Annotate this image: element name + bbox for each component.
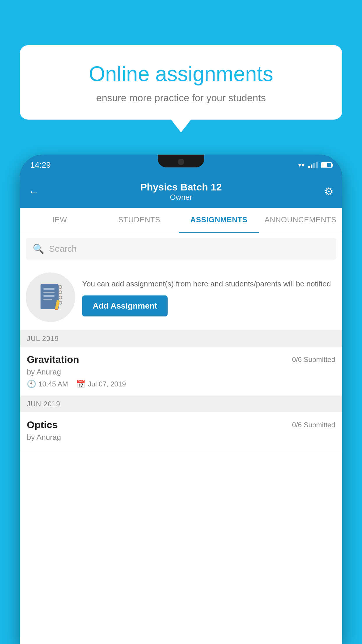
calendar-icon: 📅 (76, 379, 85, 388)
phone-notch (158, 155, 204, 167)
app-content: ← Physics Batch 12 Owner ⚙ IEW STUDENTS … (20, 176, 342, 644)
header-subtitle: Owner (140, 193, 222, 202)
add-assignment-section: You can add assignment(s) from here and … (20, 264, 342, 330)
search-bar[interactable]: 🔍 Search (26, 238, 336, 260)
phone-frame: 14:29 ▾▾ ← Physics Batch 12 Owner ⚙ (20, 155, 342, 644)
svg-point-6 (59, 291, 62, 294)
back-button[interactable]: ← (29, 186, 39, 198)
promo-subtitle: ensure more practice for your students (37, 92, 325, 104)
assignment-time-gravitation: 🕙 10:45 AM (27, 379, 68, 388)
search-placeholder: Search (49, 244, 77, 254)
svg-rect-4 (43, 299, 52, 300)
svg-rect-3 (43, 295, 55, 297)
app-header: ← Physics Batch 12 Owner ⚙ (20, 176, 342, 208)
promo-container: Online assignments ensure more practice … (20, 45, 342, 120)
assignment-icon-circle (26, 272, 75, 322)
svg-point-5 (59, 286, 62, 288)
month-separator-jun: JUN 2019 (20, 396, 342, 412)
assignment-by-gravitation: by Anurag (27, 368, 335, 377)
assignment-submitted-optics: 0/6 Submitted (292, 421, 335, 429)
assignment-row1-optics: Optics 0/6 Submitted (27, 419, 335, 430)
assignment-item-optics[interactable]: Optics 0/6 Submitted by Anurag (20, 412, 342, 452)
promo-title: Online assignments (37, 61, 325, 86)
signal-icon (308, 162, 318, 168)
tab-assignments[interactable]: ASSIGNMENTS (179, 208, 259, 233)
add-assignment-button[interactable]: Add Assignment (82, 295, 168, 316)
month-separator-jul: JUL 2019 (20, 330, 342, 347)
header-title: Physics Batch 12 (140, 181, 222, 193)
tab-iew[interactable]: IEW (20, 208, 99, 233)
status-icons: ▾▾ (298, 161, 332, 169)
camera (178, 159, 184, 165)
wifi-icon: ▾▾ (298, 161, 305, 169)
notebook-svg (39, 284, 62, 310)
search-bar-container: 🔍 Search (20, 233, 342, 264)
assignment-date-value: Jul 07, 2019 (88, 380, 126, 388)
assignment-info: You can add assignment(s) from here and … (82, 278, 336, 316)
tab-students[interactable]: STUDENTS (99, 208, 179, 233)
header-center: Physics Batch 12 Owner (140, 181, 222, 202)
assignment-name-gravitation: Gravitation (27, 354, 79, 365)
assignment-row1: Gravitation 0/6 Submitted (27, 354, 335, 365)
tab-announcements[interactable]: ANNOUNCEMENTS (259, 208, 342, 233)
search-icon: 🔍 (33, 243, 44, 254)
assignment-item-gravitation[interactable]: Gravitation 0/6 Submitted by Anurag 🕙 10… (20, 347, 342, 396)
clock-icon: 🕙 (27, 379, 36, 388)
assignment-by-optics: by Anurag (27, 433, 335, 442)
assignment-submitted-gravitation: 0/6 Submitted (292, 356, 335, 364)
battery-icon (321, 162, 332, 168)
assignment-meta-gravitation: 🕙 10:45 AM 📅 Jul 07, 2019 (27, 379, 335, 388)
assignment-date-gravitation: 📅 Jul 07, 2019 (76, 379, 126, 388)
assignment-name-optics: Optics (27, 419, 58, 430)
assignment-description: You can add assignment(s) from here and … (82, 278, 336, 290)
svg-rect-2 (43, 292, 55, 293)
settings-icon[interactable]: ⚙ (324, 186, 333, 198)
status-time: 14:29 (30, 160, 51, 170)
speech-bubble: Online assignments ensure more practice … (20, 45, 342, 120)
svg-point-7 (59, 296, 62, 299)
tabs-bar: IEW STUDENTS ASSIGNMENTS ANNOUNCEMENTS (20, 208, 342, 233)
svg-rect-1 (43, 288, 55, 290)
assignment-time-value: 10:45 AM (38, 380, 68, 388)
